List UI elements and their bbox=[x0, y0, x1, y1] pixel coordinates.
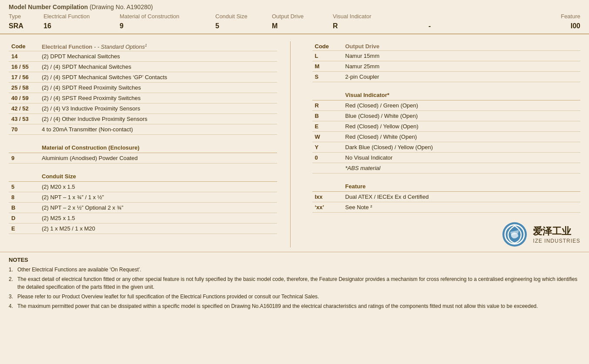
code-cell: 8 bbox=[9, 192, 39, 203]
desc-cell: (2) NPT – 2 x ½” Optional 2 x ¾” bbox=[39, 203, 277, 213]
col-conduit-header: Conduit Size bbox=[215, 13, 272, 20]
table-row: E(2) 1 x M25 / 1 x M20 bbox=[9, 224, 277, 234]
val-visual: R bbox=[333, 22, 428, 30]
code-cell: ‘xx’ bbox=[312, 202, 343, 213]
desc-cell: (2) M25 x 1.5 bbox=[39, 213, 277, 224]
desc-cell: Red (Closed) / Yellow (Open) bbox=[343, 121, 581, 132]
val-feature: I00 bbox=[455, 22, 580, 30]
material-table: Material of Construction (Enclosure) 9Al… bbox=[9, 139, 277, 164]
code-cell: B bbox=[9, 203, 39, 213]
code-cell: L bbox=[312, 51, 343, 61]
val-elec: 16 bbox=[44, 22, 120, 30]
logo-chinese-text: 爱泽工业 bbox=[533, 225, 580, 238]
table-row: RRed (Closed) / Green (Open) bbox=[312, 100, 581, 111]
code-cell: D bbox=[9, 213, 39, 224]
visual-footnote-empty bbox=[312, 163, 343, 174]
code-cell: R bbox=[312, 100, 343, 111]
visual-header-empty bbox=[312, 87, 343, 100]
code-cell: M bbox=[312, 61, 343, 72]
col-mat-header: Material of Construction bbox=[120, 13, 215, 20]
output-code-label: Code bbox=[312, 41, 343, 51]
table-row: 43 / 53(2) / (4) Other Inductive Proximi… bbox=[9, 114, 277, 124]
code-cell: E bbox=[9, 224, 39, 234]
electrical-code-label: Code bbox=[9, 41, 39, 51]
code-cell: 9 bbox=[9, 153, 39, 164]
code-cell: 25 / 58 bbox=[9, 83, 39, 93]
table-row: 704 to 20mA Transmitter (Non-contact) bbox=[9, 124, 277, 135]
electrical-section-title: Electrical Function - - Standard Options… bbox=[39, 41, 277, 51]
list-item: 1.Other Electrical Functions are availab… bbox=[9, 265, 580, 274]
table-row: IxxDual ATEX / IECEx Ex d Certified bbox=[312, 192, 581, 202]
table-row: WRed (Closed) / White (Open) bbox=[312, 132, 581, 142]
table-row: 14(2) DPDT Mechanical Switches bbox=[9, 51, 277, 62]
electrical-code-header-row: Code Electrical Function - - Standard Op… bbox=[9, 41, 277, 51]
table-row: 0No Visual Indicator bbox=[312, 153, 581, 163]
desc-cell: (2) / (4) Other Inductive Proximity Sens… bbox=[39, 114, 277, 124]
code-cell: 0 bbox=[312, 153, 343, 163]
table-row: 40 / 59(2) / (4) SPST Reed Proximity Swi… bbox=[9, 93, 277, 104]
notes-section: NOTES 1.Other Electrical Functions are a… bbox=[0, 252, 589, 315]
list-item: 4.The maximum permitted power that can b… bbox=[9, 301, 580, 311]
table-row: BBlue (Closed) / White (Open) bbox=[312, 111, 581, 121]
col-feature-header: Feature bbox=[455, 13, 580, 20]
val-mat: 9 bbox=[120, 22, 215, 30]
list-item: 2.The exact detail of electrical functio… bbox=[9, 274, 580, 292]
material-header-empty bbox=[9, 139, 39, 153]
val-dash: - bbox=[428, 22, 455, 30]
output-code-header-row: Code Output Drive bbox=[312, 41, 581, 51]
conduit-header-empty bbox=[9, 168, 39, 182]
left-column: Code Electrical Function - - Standard Op… bbox=[9, 41, 291, 247]
desc-cell: (2) / (4) SPDT Mechanical Switches bbox=[39, 62, 277, 72]
code-cell: Ixx bbox=[312, 192, 343, 202]
feature-header-row: Feature bbox=[312, 178, 581, 192]
visual-header-row: Visual Indicator* bbox=[312, 87, 581, 100]
electrical-table: Code Electrical Function - - Standard Op… bbox=[9, 41, 277, 135]
col-type-header: Type bbox=[9, 13, 44, 20]
code-cell: 40 / 59 bbox=[9, 93, 39, 104]
table-row: 17 / 56(2) / (4) SPDT Mechanical Switche… bbox=[9, 72, 277, 83]
code-cell: 43 / 53 bbox=[9, 114, 39, 124]
title-bold: Model Number Compilation bbox=[9, 3, 88, 10]
desc-cell: (2) / (4) SPST Reed Proximity Switches bbox=[39, 93, 277, 104]
code-cell: B bbox=[312, 111, 343, 121]
logo-text-area: 爱泽工业 IZE INDUSTRIES bbox=[533, 225, 580, 244]
desc-cell: Red (Closed) / White (Open) bbox=[343, 132, 581, 142]
table-row: LNamur 15mm bbox=[312, 51, 581, 61]
table-row: ERed (Closed) / Yellow (Open) bbox=[312, 121, 581, 132]
title-rest: (Drawing No. A190280) bbox=[88, 3, 153, 10]
desc-cell: See Note ² bbox=[343, 202, 581, 213]
conduit-table: Conduit Size 5(2) M20 x 1.5 8(2) NPT – 1… bbox=[9, 168, 277, 234]
table-row: 9Aluminium (Anodised) Powder Coated bbox=[9, 153, 277, 164]
val-output: M bbox=[272, 22, 333, 30]
val-conduit: 5 bbox=[215, 22, 272, 30]
desc-cell: Red (Closed) / Green (Open) bbox=[343, 100, 581, 111]
code-cell: W bbox=[312, 132, 343, 142]
desc-cell: 4 to 20mA Transmitter (Non-contact) bbox=[39, 124, 277, 135]
desc-cell: (2) DPDT Mechanical Switches bbox=[39, 51, 277, 62]
model-values-row: SRA 16 9 5 M R - I00 bbox=[9, 20, 580, 32]
desc-cell: Dark Blue (Closed) / Yellow (Open) bbox=[343, 142, 581, 153]
right-column: Code Output Drive LNamur 15mm MNamur 25m… bbox=[308, 41, 581, 247]
header-section: Model Number Compilation (Drawing No. A1… bbox=[0, 0, 589, 34]
desc-cell: (2) M20 x 1.5 bbox=[39, 182, 277, 192]
feature-header-title: Feature bbox=[343, 178, 581, 192]
feature-table: Feature IxxDual ATEX / IECEx Ex d Certif… bbox=[312, 178, 581, 213]
code-cell: 16 / 55 bbox=[9, 62, 39, 72]
output-section-title: Output Drive bbox=[343, 41, 581, 51]
table-row: 8(2) NPT – 1 x ¾” / 1 x ½” bbox=[9, 192, 277, 203]
table-row: 16 / 55(2) / (4) SPDT Mechanical Switche… bbox=[9, 62, 277, 72]
code-cell: 70 bbox=[9, 124, 39, 135]
desc-cell: 2-pin Coupler bbox=[343, 72, 581, 82]
main-content: Code Electrical Function - - Standard Op… bbox=[0, 34, 589, 252]
desc-cell: Aluminium (Anodised) Powder Coated bbox=[39, 153, 277, 164]
col-visual-header: Visual Indicator bbox=[333, 13, 428, 20]
code-cell: 17 / 56 bbox=[9, 72, 39, 83]
notes-title: NOTES bbox=[9, 257, 580, 263]
visual-footnote-row: *ABS material bbox=[312, 163, 581, 174]
col-output-header: Output Drive bbox=[272, 13, 333, 20]
code-cell: E bbox=[312, 121, 343, 132]
val-type: SRA bbox=[9, 22, 44, 30]
notes-list: 1.Other Electrical Functions are availab… bbox=[9, 265, 580, 311]
table-row: MNamur 25mm bbox=[312, 61, 581, 72]
table-row: YDark Blue (Closed) / Yellow (Open) bbox=[312, 142, 581, 153]
